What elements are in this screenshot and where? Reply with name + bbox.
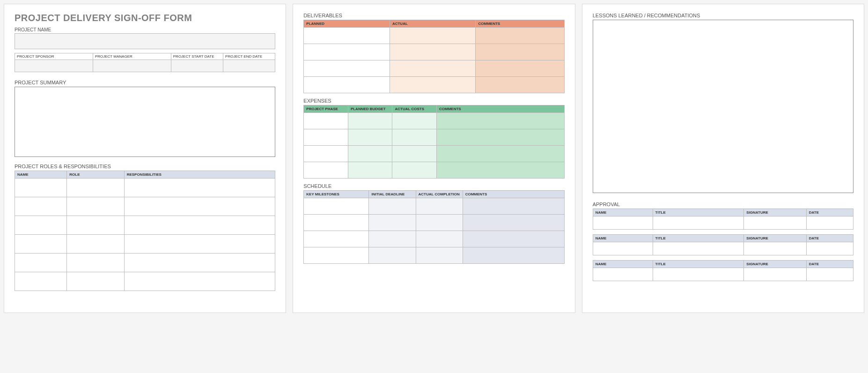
table-cell[interactable] [653, 216, 744, 230]
page-2: DELIVERABLES PLANNED ACTUAL COMMENTS EXP… [293, 4, 575, 313]
table-cell[interactable] [369, 198, 416, 215]
info-hdr-sponsor: PROJECT SPONSOR [15, 53, 93, 60]
table-cell[interactable] [416, 215, 463, 231]
table-cell[interactable] [304, 113, 348, 129]
exp-hdr-phase: PROJECT PHASE [304, 105, 348, 113]
table-cell[interactable] [392, 162, 437, 179]
table-cell[interactable] [476, 60, 564, 77]
table-cell[interactable] [476, 77, 564, 93]
table-cell[interactable] [348, 113, 392, 129]
table-cell[interactable] [744, 216, 807, 230]
schedule-table: KEY MILESTONES INITIAL DEADLINE ACTUAL C… [303, 190, 564, 264]
table-cell[interactable] [304, 162, 348, 179]
approval-block-1: NAME TITLE SIGNATURE DATE [593, 209, 853, 230]
table-cell[interactable] [437, 129, 565, 146]
table-cell[interactable] [593, 268, 653, 281]
table-cell[interactable] [593, 216, 653, 230]
table-cell[interactable] [806, 268, 853, 281]
lessons-box[interactable] [593, 20, 853, 193]
table-cell[interactable] [369, 231, 416, 247]
table-cell[interactable] [304, 77, 390, 93]
table-cell[interactable] [15, 272, 67, 291]
table-cell[interactable] [416, 198, 463, 215]
appr-hdr-date: DATE [806, 209, 853, 216]
summary-box[interactable] [15, 87, 275, 157]
table-cell[interactable] [67, 179, 124, 197]
table-cell[interactable] [124, 272, 275, 291]
appr-hdr-date: DATE [806, 235, 853, 242]
table-cell[interactable] [67, 235, 124, 254]
table-cell[interactable] [304, 44, 390, 60]
table-cell[interactable] [463, 231, 564, 247]
table-cell[interactable] [124, 235, 275, 254]
table-cell[interactable] [304, 247, 369, 264]
table-cell[interactable] [392, 146, 437, 162]
info-end[interactable] [223, 60, 275, 72]
table-cell[interactable] [304, 198, 369, 215]
appr-hdr-date: DATE [806, 261, 853, 268]
table-cell[interactable] [392, 113, 437, 129]
summary-label: PROJECT SUMMARY [15, 80, 275, 85]
table-cell[interactable] [437, 113, 565, 129]
table-cell[interactable] [416, 231, 463, 247]
table-cell[interactable] [304, 231, 369, 247]
table-cell[interactable] [67, 216, 124, 235]
info-start[interactable] [171, 60, 223, 72]
appr-hdr-title: TITLE [653, 235, 744, 242]
table-cell[interactable] [806, 242, 853, 255]
deliv-hdr-planned: PLANNED [304, 20, 390, 28]
table-cell[interactable] [124, 254, 275, 272]
approval-block-3: NAME TITLE SIGNATURE DATE [593, 260, 853, 281]
appr-hdr-sig: SIGNATURE [744, 235, 807, 242]
table-cell[interactable] [348, 162, 392, 179]
table-cell[interactable] [15, 179, 67, 197]
table-cell[interactable] [304, 146, 348, 162]
table-cell[interactable] [15, 254, 67, 272]
table-cell[interactable] [744, 242, 807, 255]
table-cell[interactable] [463, 198, 564, 215]
info-sponsor[interactable] [15, 60, 93, 72]
project-name-input[interactable] [15, 33, 275, 49]
table-cell[interactable] [476, 44, 564, 60]
table-cell[interactable] [390, 77, 476, 93]
table-cell[interactable] [437, 162, 565, 179]
table-cell[interactable] [15, 197, 67, 216]
page-3: LESSONS LEARNED / RECOMMENDATIONS APPROV… [582, 4, 864, 313]
table-cell[interactable] [369, 215, 416, 231]
table-cell[interactable] [390, 28, 476, 44]
table-cell[interactable] [15, 235, 67, 254]
table-cell[interactable] [304, 28, 390, 44]
table-cell[interactable] [476, 28, 564, 44]
table-cell[interactable] [304, 60, 390, 77]
info-manager[interactable] [93, 60, 171, 72]
deliverables-label: DELIVERABLES [303, 13, 564, 18]
table-cell[interactable] [67, 197, 124, 216]
table-cell[interactable] [392, 129, 437, 146]
table-cell[interactable] [390, 60, 476, 77]
table-cell[interactable] [806, 216, 853, 230]
table-cell[interactable] [67, 254, 124, 272]
table-cell[interactable] [653, 242, 744, 255]
appr-hdr-sig: SIGNATURE [744, 261, 807, 268]
table-cell[interactable] [463, 247, 564, 264]
table-cell[interactable] [653, 268, 744, 281]
table-cell[interactable] [348, 129, 392, 146]
table-cell[interactable] [124, 216, 275, 235]
table-cell[interactable] [369, 247, 416, 264]
appr-hdr-name: NAME [593, 261, 653, 268]
approval-label: APPROVAL [593, 201, 853, 207]
table-cell[interactable] [348, 146, 392, 162]
table-cell[interactable] [15, 216, 67, 235]
sched-hdr-actual: ACTUAL COMPLETION [416, 191, 463, 198]
table-cell[interactable] [304, 129, 348, 146]
table-cell[interactable] [390, 44, 476, 60]
table-cell[interactable] [593, 242, 653, 255]
table-cell[interactable] [124, 179, 275, 197]
table-cell[interactable] [463, 215, 564, 231]
table-cell[interactable] [744, 268, 807, 281]
table-cell[interactable] [124, 197, 275, 216]
table-cell[interactable] [304, 215, 369, 231]
table-cell[interactable] [437, 146, 565, 162]
table-cell[interactable] [67, 272, 124, 291]
table-cell[interactable] [416, 247, 463, 264]
